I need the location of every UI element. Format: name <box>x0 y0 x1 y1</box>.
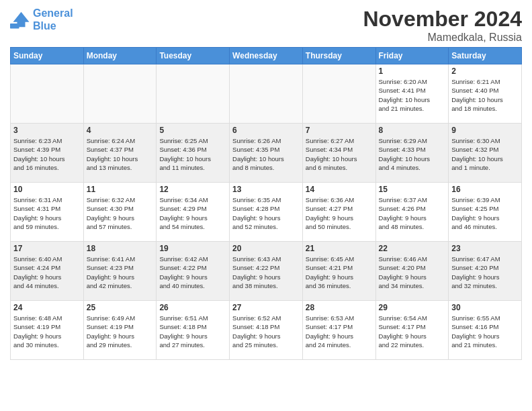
day-number: 3 <box>13 126 81 135</box>
header-saturday: Saturday <box>449 48 522 64</box>
day-number: 12 <box>159 185 226 194</box>
day-info: Sunrise: 6:34 AM Sunset: 4:29 PM Dayligh… <box>159 195 226 231</box>
week-row-5: 24Sunrise: 6:48 AM Sunset: 4:19 PM Dayli… <box>11 301 522 360</box>
day-number: 22 <box>379 244 446 253</box>
day-info: Sunrise: 6:25 AM Sunset: 4:36 PM Dayligh… <box>159 136 226 172</box>
day-number: 8 <box>379 126 446 135</box>
week-row-1: 1Sunrise: 6:20 AM Sunset: 4:41 PM Daylig… <box>11 64 522 124</box>
calendar-cell: 5Sunrise: 6:25 AM Sunset: 4:36 PM Daylig… <box>157 124 230 183</box>
day-info: Sunrise: 6:30 AM Sunset: 4:32 PM Dayligh… <box>451 136 519 172</box>
day-info: Sunrise: 6:23 AM Sunset: 4:39 PM Dayligh… <box>13 136 81 172</box>
logo-text: General Blue <box>33 7 73 32</box>
day-number: 14 <box>306 185 373 194</box>
calendar-cell <box>83 64 157 124</box>
calendar-cell: 1Sunrise: 6:20 AM Sunset: 4:41 PM Daylig… <box>375 64 449 124</box>
logo: General Blue <box>10 7 73 32</box>
calendar-cell <box>157 64 230 124</box>
logo-line1: General <box>33 7 73 19</box>
day-info: Sunrise: 6:40 AM Sunset: 4:24 PM Dayligh… <box>13 255 81 290</box>
day-number: 4 <box>87 126 154 135</box>
day-number: 6 <box>232 126 300 135</box>
day-number: 16 <box>451 185 519 194</box>
calendar-cell: 17Sunrise: 6:40 AM Sunset: 4:24 PM Dayli… <box>11 242 84 301</box>
header-sunday: Sunday <box>11 48 84 64</box>
calendar-cell <box>230 64 303 124</box>
day-info: Sunrise: 6:46 AM Sunset: 4:20 PM Dayligh… <box>379 255 446 290</box>
day-info: Sunrise: 6:31 AM Sunset: 4:31 PM Dayligh… <box>13 195 81 231</box>
month-title: November 2024 <box>363 7 522 32</box>
header-row: General Blue November 2024 Mamedkala, Ru… <box>10 7 522 44</box>
title-block: November 2024 Mamedkala, Russia <box>363 7 522 44</box>
day-info: Sunrise: 6:21 AM Sunset: 4:40 PM Dayligh… <box>451 77 519 113</box>
calendar-cell: 16Sunrise: 6:39 AM Sunset: 4:25 PM Dayli… <box>449 183 522 242</box>
day-number: 24 <box>13 303 81 312</box>
day-info: Sunrise: 6:53 AM Sunset: 4:17 PM Dayligh… <box>306 314 373 349</box>
day-info: Sunrise: 6:41 AM Sunset: 4:23 PM Dayligh… <box>87 255 154 290</box>
day-number: 15 <box>379 185 446 194</box>
calendar-cell <box>302 64 375 124</box>
calendar-cell: 26Sunrise: 6:51 AM Sunset: 4:18 PM Dayli… <box>157 301 230 360</box>
calendar-cell: 12Sunrise: 6:34 AM Sunset: 4:29 PM Dayli… <box>157 183 230 242</box>
calendar-cell: 15Sunrise: 6:37 AM Sunset: 4:26 PM Dayli… <box>375 183 449 242</box>
day-info: Sunrise: 6:32 AM Sunset: 4:30 PM Dayligh… <box>87 195 154 231</box>
day-number: 23 <box>451 244 519 253</box>
day-info: Sunrise: 6:35 AM Sunset: 4:28 PM Dayligh… <box>232 195 300 231</box>
day-number: 20 <box>232 244 300 253</box>
day-number: 17 <box>13 244 81 253</box>
calendar-cell: 22Sunrise: 6:46 AM Sunset: 4:20 PM Dayli… <box>375 242 449 301</box>
calendar-cell: 29Sunrise: 6:54 AM Sunset: 4:17 PM Dayli… <box>375 301 449 360</box>
calendar-cell: 27Sunrise: 6:52 AM Sunset: 4:18 PM Dayli… <box>230 301 303 360</box>
day-info: Sunrise: 6:45 AM Sunset: 4:21 PM Dayligh… <box>306 255 373 290</box>
calendar-cell: 10Sunrise: 6:31 AM Sunset: 4:31 PM Dayli… <box>11 183 84 242</box>
calendar-cell: 19Sunrise: 6:42 AM Sunset: 4:22 PM Dayli… <box>157 242 230 301</box>
day-number: 13 <box>232 185 300 194</box>
day-info: Sunrise: 6:43 AM Sunset: 4:22 PM Dayligh… <box>232 255 300 290</box>
calendar-cell: 2Sunrise: 6:21 AM Sunset: 4:40 PM Daylig… <box>449 64 522 124</box>
calendar-cell: 6Sunrise: 6:26 AM Sunset: 4:35 PM Daylig… <box>230 124 303 183</box>
day-number: 29 <box>379 303 446 312</box>
day-info: Sunrise: 6:39 AM Sunset: 4:25 PM Dayligh… <box>451 195 519 231</box>
calendar-cell: 24Sunrise: 6:48 AM Sunset: 4:19 PM Dayli… <box>11 301 84 360</box>
header-wednesday: Wednesday <box>230 48 303 64</box>
day-info: Sunrise: 6:36 AM Sunset: 4:27 PM Dayligh… <box>306 195 373 231</box>
day-info: Sunrise: 6:48 AM Sunset: 4:19 PM Dayligh… <box>13 314 81 349</box>
day-info: Sunrise: 6:55 AM Sunset: 4:16 PM Dayligh… <box>451 314 519 349</box>
day-number: 25 <box>87 303 154 312</box>
calendar-cell: 7Sunrise: 6:27 AM Sunset: 4:34 PM Daylig… <box>302 124 375 183</box>
svg-rect-1 <box>10 24 19 29</box>
calendar-header: SundayMondayTuesdayWednesdayThursdayFrid… <box>11 48 522 64</box>
day-info: Sunrise: 6:26 AM Sunset: 4:35 PM Dayligh… <box>232 136 300 172</box>
calendar-cell: 14Sunrise: 6:36 AM Sunset: 4:27 PM Dayli… <box>302 183 375 242</box>
day-number: 5 <box>159 126 226 135</box>
day-number: 7 <box>306 126 373 135</box>
day-info: Sunrise: 6:29 AM Sunset: 4:33 PM Dayligh… <box>379 136 446 172</box>
day-number: 1 <box>379 66 446 76</box>
calendar-body: 1Sunrise: 6:20 AM Sunset: 4:41 PM Daylig… <box>11 64 522 360</box>
header-row-days: SundayMondayTuesdayWednesdayThursdayFrid… <box>11 48 522 64</box>
logo-line2: Blue <box>33 19 73 32</box>
day-info: Sunrise: 6:24 AM Sunset: 4:37 PM Dayligh… <box>87 136 154 172</box>
day-info: Sunrise: 6:47 AM Sunset: 4:20 PM Dayligh… <box>451 255 519 290</box>
calendar-cell <box>11 64 84 124</box>
day-number: 27 <box>232 303 300 312</box>
calendar-cell: 25Sunrise: 6:49 AM Sunset: 4:19 PM Dayli… <box>83 301 157 360</box>
day-number: 21 <box>306 244 373 253</box>
week-row-4: 17Sunrise: 6:40 AM Sunset: 4:24 PM Dayli… <box>11 242 522 301</box>
calendar-cell: 20Sunrise: 6:43 AM Sunset: 4:22 PM Dayli… <box>230 242 303 301</box>
day-number: 10 <box>13 185 81 194</box>
day-info: Sunrise: 6:54 AM Sunset: 4:17 PM Dayligh… <box>379 314 446 349</box>
calendar-table: SundayMondayTuesdayWednesdayThursdayFrid… <box>10 47 522 360</box>
calendar-cell: 23Sunrise: 6:47 AM Sunset: 4:20 PM Dayli… <box>449 242 522 301</box>
calendar-cell: 30Sunrise: 6:55 AM Sunset: 4:16 PM Dayli… <box>449 301 522 360</box>
calendar-cell: 4Sunrise: 6:24 AM Sunset: 4:37 PM Daylig… <box>83 124 157 183</box>
day-info: Sunrise: 6:52 AM Sunset: 4:18 PM Dayligh… <box>232 314 300 349</box>
calendar-cell: 18Sunrise: 6:41 AM Sunset: 4:23 PM Dayli… <box>83 242 157 301</box>
day-number: 9 <box>451 126 519 135</box>
header-friday: Friday <box>375 48 449 64</box>
week-row-3: 10Sunrise: 6:31 AM Sunset: 4:31 PM Dayli… <box>11 183 522 242</box>
day-info: Sunrise: 6:51 AM Sunset: 4:18 PM Dayligh… <box>159 314 226 349</box>
day-number: 2 <box>451 66 519 76</box>
day-number: 18 <box>87 244 154 253</box>
main-container: General Blue November 2024 Mamedkala, Ru… <box>0 0 532 363</box>
calendar-cell: 3Sunrise: 6:23 AM Sunset: 4:39 PM Daylig… <box>11 124 84 183</box>
